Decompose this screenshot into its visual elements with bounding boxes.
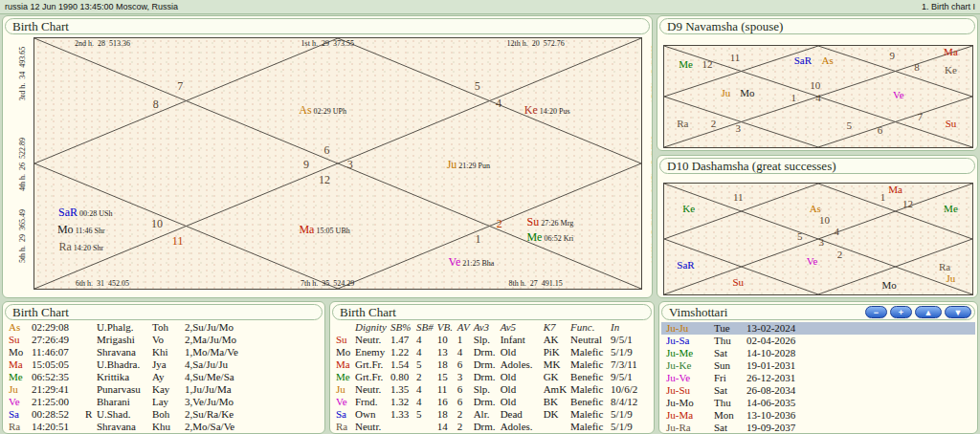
planet-name-cell: Ve [334, 396, 353, 408]
detail-cell: 0.80 [389, 371, 414, 383]
position-cell [83, 383, 95, 396]
detail-cell: 1.54 [389, 358, 414, 371]
position-cell: 21:25:00 [30, 396, 83, 408]
up-arrow-button[interactable]: ▲ [915, 306, 942, 318]
dasha-row[interactable]: Ju-KeSun19-01-2031 [661, 359, 975, 372]
position-cell [83, 371, 95, 383]
birth-chart-title: Birth Chart [5, 18, 650, 34]
dasha-weekday: Mon [714, 409, 746, 422]
planet-label: Ra 14:20 Shr [58, 239, 103, 253]
detail-cell: Grt.Fr. [353, 358, 389, 371]
planet-name-cell: Mo [7, 346, 30, 358]
house-edge-label: 8th h. 27 491.15 [509, 279, 563, 288]
dasha-row[interactable]: Ju-JuTue13-02-2024 [661, 322, 975, 335]
detail-cell: 2 [456, 408, 472, 421]
dasha-row[interactable]: Ju-MeSat14-10-2028 [661, 347, 975, 359]
position-cell: 14:20:51 [30, 421, 83, 433]
zoom-in-button[interactable]: + [890, 306, 912, 318]
dasha-label: Ju-Ve [666, 372, 714, 384]
detail-cell: 10 [435, 334, 456, 346]
dasha-date: 19-01-2031 [746, 359, 970, 372]
position-cell: 2,Ma/Ju/Mo [183, 334, 317, 346]
position-cell: 3,Ve/Ju/Mo [183, 396, 317, 408]
position-cell: 02:29:08 [30, 321, 83, 334]
dasha-row[interactable]: Ju-SaThu02-04-2026 [661, 335, 975, 347]
detail-cell: Adoles. [499, 421, 542, 433]
details-header-cell: AV [456, 321, 472, 334]
dasha-date: 14-06-2035 [746, 397, 970, 409]
dasha-row[interactable]: Ju-MoThu14-06-2035 [661, 397, 975, 409]
planet-degrees: 11:46 Shr [74, 226, 105, 234]
zoom-out-button[interactable]: − [865, 306, 887, 318]
position-cell: Vo [150, 334, 183, 346]
position-cell: U.Bhadra. [95, 358, 150, 371]
d10-panel: D10 Dashamsha (great successes) Ke11Ma11… [657, 155, 978, 298]
detail-cell: 14 [435, 421, 456, 433]
detail-cell: Neutr. [353, 421, 389, 433]
position-cell: U.Shad. [95, 408, 150, 421]
house-number: 11 [730, 52, 741, 63]
position-cell: Shravana [95, 346, 150, 358]
detail-cell: 1.33 [389, 408, 414, 421]
house-edge-label: 3rd h. 34 493.65 [18, 46, 27, 100]
position-cell: Krittika [95, 371, 150, 383]
planet-degrees: 14:20 Shr [72, 243, 103, 251]
d9-panel: D9 Navamsha (spouse) Me1211SaRAs9Ma8KeJu… [657, 15, 978, 151]
planet-label: As 02:29 UPh [299, 102, 346, 117]
dasha-row[interactable]: Ju-RaSat19-09-2037 [661, 422, 975, 434]
detail-cell: Old [499, 346, 542, 358]
planet-name-cell: Ve [7, 396, 30, 408]
planet-label: Ju [722, 87, 731, 98]
dasha-date: 19-09-2037 [746, 422, 970, 434]
detail-cell: 2 [456, 421, 472, 433]
detail-cell: 15 [435, 371, 456, 383]
detail-cell: 11 [435, 383, 456, 396]
dasha-label: Ju-Me [666, 347, 714, 359]
house-number: 1 [475, 231, 480, 246]
planet-name-cell: Me [7, 371, 30, 383]
planet-name-cell: Su [334, 334, 353, 346]
details-header-cell: Dignity [353, 321, 389, 334]
vimshottari-panel: Vimshottari − + ▲ ▼ Ju-JuTue13-02-2024Ju… [658, 301, 978, 434]
house-number: 6 [324, 142, 330, 157]
position-cell: Kay [150, 383, 183, 396]
house-number: 8 [153, 98, 159, 112]
positions-panel: Birth Chart As02:29:08U.Phalg.Toh2,Su/Ju… [2, 301, 325, 434]
detail-cell: Grt.Fr. [353, 371, 389, 383]
detail-cell: Malefic [568, 346, 609, 358]
dasha-weekday: Sat [714, 422, 746, 434]
position-cell: 2,Su/Ra/Ke [183, 408, 317, 421]
down-arrow-button[interactable]: ▼ [945, 306, 971, 318]
house-number: 10 [819, 214, 830, 226]
chart-datetime-location: russia 12 Jun 1990 13:45:00 Moscow, Russ… [5, 2, 178, 11]
house-edge-label: 7th h. 35 524.29 [301, 279, 354, 288]
dasha-row[interactable]: Ju-MaMon13-10-2036 [661, 409, 975, 422]
details-panel: Birth Chart DignitySB%SB#VB.AVAv3Av5K7Fu… [329, 301, 655, 434]
planet-name-cell: Mo [334, 346, 353, 358]
dasha-label: Ju-Ma [666, 409, 714, 422]
planet-degrees: 00:28 USh [78, 209, 112, 218]
house-number: 10 [151, 216, 163, 230]
planet-degrees: 21:25 Bha [460, 258, 494, 267]
house-number: 11 [172, 234, 184, 249]
position-cell: 1,Mo/Ma/Ve [183, 346, 317, 358]
table-row: MoEnemy1.224134Drm.OldPiKMalefic5/1/9 [334, 346, 649, 358]
position-cell: Toh [150, 321, 183, 334]
table-row: As02:29:08U.Phalg.Toh2,Su/Ju/Mo [7, 321, 317, 334]
d9-chart: Me1211SaRAs9Ma8KeJuMo1014VeRa23567Su [663, 45, 973, 148]
house-number: 4 [835, 226, 840, 237]
house-number: 4 [815, 92, 821, 103]
planet-label: Ke [945, 64, 957, 76]
table-row: SaOwn1.335182Alr.DeadDKMalefic5/1/9 [334, 408, 649, 421]
chart-grid [34, 38, 641, 289]
position-cell: 00:28:52 [30, 408, 83, 421]
detail-cell: Neutr. [353, 383, 389, 396]
house-edge-label: 9th h. 24 469.04 [650, 209, 654, 263]
dasha-row[interactable]: Ju-VeFri26-12-2031 [661, 372, 975, 384]
table-row: Sa00:28:52RU.Shad.Boh2,Su/Ra/Ke [7, 408, 317, 421]
dasha-row[interactable]: Ju-SuSat26-08-2034 [661, 384, 975, 397]
position-cell: 21:29:41 [30, 383, 83, 396]
detail-cell: 1.47 [389, 334, 414, 346]
table-row: VeFrnd.1.324166Drm.OldBKBenefic8/4/12 [334, 396, 649, 408]
dasha-list: Ju-JuTue13-02-2024Ju-SaThu02-04-2026Ju-M… [661, 322, 975, 433]
